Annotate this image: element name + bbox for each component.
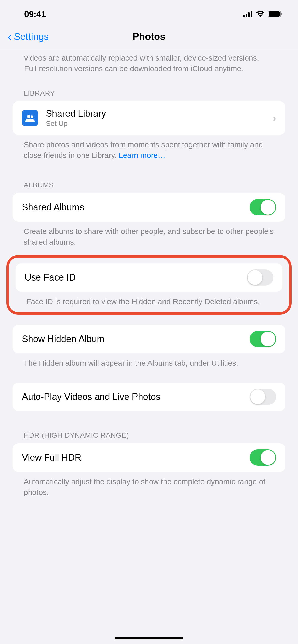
face-id-footer: Face ID is required to view the Hidden a… [13,292,285,307]
battery-icon [268,11,283,17]
show-hidden-group: Show Hidden Album [13,325,285,353]
svg-rect-1 [246,14,247,17]
toggle-knob [261,200,275,215]
shared-albums-footer: Create albums to share with other people… [0,222,298,247]
svg-rect-6 [281,13,282,15]
hdr-section-header: HDR (HIGH DYNAMIC RANGE) [0,411,298,443]
show-hidden-toggle[interactable] [250,331,276,347]
back-label: Settings [14,31,49,42]
library-footer: Share photos and videos from moments spe… [0,135,298,161]
use-face-id-cell[interactable]: Use Face ID [16,263,282,292]
autoplay-group: Auto-Play Videos and Live Photos [13,383,285,411]
svg-rect-0 [243,15,245,17]
back-button[interactable]: ‹ Settings [8,31,49,43]
chevron-right-icon: › [273,112,276,124]
toggle-knob [250,389,265,404]
use-face-id-label: Use Face ID [25,272,247,283]
toggle-knob [261,450,275,465]
view-full-hdr-cell[interactable]: View Full HDR [13,443,285,472]
learn-more-link[interactable]: Learn more… [119,151,165,159]
page-title: Photos [133,31,166,42]
shared-library-subtitle: Set Up [46,120,273,128]
settings-content[interactable]: videos are automatically replaced with s… [0,50,298,498]
svg-rect-5 [269,11,280,17]
shared-albums-label: Shared Albums [22,202,250,213]
cellular-icon [243,11,253,17]
shared-library-icon [22,110,38,126]
shared-albums-toggle[interactable] [250,199,276,215]
chevron-left-icon: ‹ [8,31,12,43]
wifi-icon [256,11,265,17]
status-time: 09:41 [24,9,46,19]
shared-albums-group: Shared Albums [13,193,285,222]
status-bar: 09:41 [0,0,298,25]
show-hidden-cell[interactable]: Show Hidden Album [13,325,285,353]
library-group: Shared Library Set Up › [13,101,285,135]
show-hidden-label: Show Hidden Album [22,334,250,344]
library-section-header: LIBRARY [0,77,298,101]
svg-point-7 [27,115,30,118]
shared-library-cell[interactable]: Shared Library Set Up › [13,101,285,135]
icloud-footer-text: videos are automatically replaced with s… [0,50,298,77]
toggle-knob [261,332,275,346]
face-id-group: Use Face ID [16,263,282,292]
albums-section-header: ALBUMS [0,161,298,193]
shared-library-body: Shared Library Set Up [46,108,273,128]
svg-rect-2 [248,12,250,17]
home-indicator[interactable] [115,637,183,639]
toggle-knob [248,270,262,285]
nav-bar: ‹ Settings Photos [0,25,298,50]
autoplay-cell[interactable]: Auto-Play Videos and Live Photos [13,383,285,411]
svg-point-8 [31,115,33,118]
view-full-hdr-label: View Full HDR [22,452,250,463]
hdr-footer: Automatically adjust the display to show… [0,472,298,498]
view-full-hdr-toggle[interactable] [250,449,276,466]
svg-rect-3 [251,11,252,17]
use-face-id-toggle[interactable] [247,269,273,286]
shared-library-title: Shared Library [46,108,273,119]
hdr-group: View Full HDR [13,443,285,472]
show-hidden-footer: The Hidden album will appear in the Albu… [0,353,298,369]
status-icons [243,11,283,17]
autoplay-label: Auto-Play Videos and Live Photos [22,391,250,402]
autoplay-toggle[interactable] [250,389,276,405]
highlight-annotation: Use Face ID Face ID is required to view … [6,255,292,315]
shared-albums-cell[interactable]: Shared Albums [13,193,285,222]
